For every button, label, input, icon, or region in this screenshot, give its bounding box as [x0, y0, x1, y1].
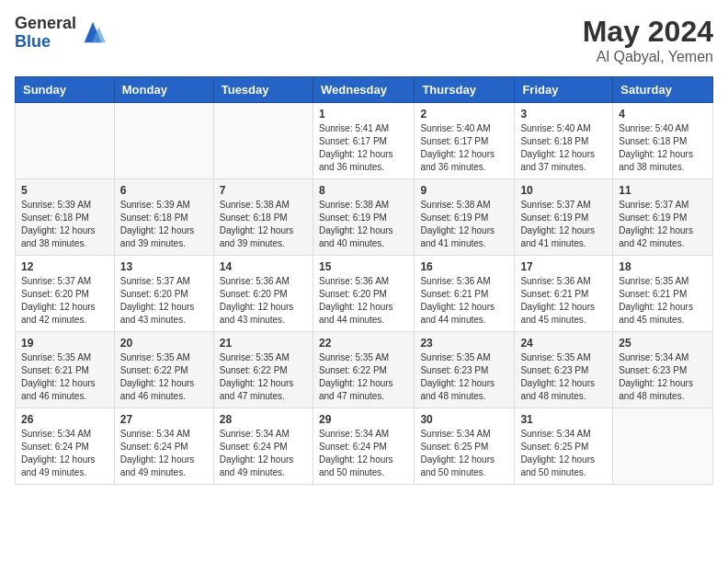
calendar-cell: 16Sunrise: 5:36 AM Sunset: 6:21 PM Dayli…: [415, 256, 515, 332]
day-number: 16: [420, 260, 508, 273]
day-info: Sunrise: 5:40 AM Sunset: 6:18 PM Dayligh…: [619, 122, 707, 174]
day-number: 27: [120, 413, 208, 426]
calendar-cell: 30Sunrise: 5:34 AM Sunset: 6:25 PM Dayli…: [415, 408, 515, 485]
day-info: Sunrise: 5:34 AM Sunset: 6:24 PM Dayligh…: [21, 428, 108, 479]
day-number: 26: [21, 413, 108, 426]
day-info: Sunrise: 5:34 AM Sunset: 6:25 PM Dayligh…: [420, 428, 508, 479]
day-info: Sunrise: 5:37 AM Sunset: 6:19 PM Dayligh…: [619, 199, 707, 250]
day-number: 15: [319, 260, 408, 273]
day-number: 12: [21, 260, 108, 273]
calendar-cell: 8Sunrise: 5:38 AM Sunset: 6:19 PM Daylig…: [313, 179, 414, 256]
day-number: 22: [319, 337, 408, 350]
day-number: 8: [319, 184, 408, 197]
day-number: 17: [520, 260, 607, 273]
logo-general: General: [15, 15, 76, 33]
logo: General Blue: [15, 15, 106, 52]
day-info: Sunrise: 5:35 AM Sunset: 6:23 PM Dayligh…: [520, 351, 607, 403]
calendar-cell: 12Sunrise: 5:37 AM Sunset: 6:20 PM Dayli…: [16, 256, 115, 332]
day-number: 9: [420, 184, 508, 197]
day-info: Sunrise: 5:36 AM Sunset: 6:21 PM Dayligh…: [420, 275, 508, 327]
day-number: 1: [319, 108, 408, 121]
day-info: Sunrise: 5:37 AM Sunset: 6:20 PM Dayligh…: [21, 275, 108, 327]
calendar-cell: 28Sunrise: 5:34 AM Sunset: 6:24 PM Dayli…: [213, 408, 313, 485]
day-number: 7: [220, 184, 307, 197]
day-number: 13: [120, 260, 208, 273]
header-monday: Monday: [114, 77, 213, 103]
day-info: Sunrise: 5:37 AM Sunset: 6:20 PM Dayligh…: [120, 275, 208, 327]
calendar-cell: 26Sunrise: 5:34 AM Sunset: 6:24 PM Dayli…: [16, 408, 115, 485]
day-info: Sunrise: 5:34 AM Sunset: 6:23 PM Dayligh…: [619, 351, 707, 403]
day-info: Sunrise: 5:38 AM Sunset: 6:19 PM Dayligh…: [420, 199, 508, 250]
header-sunday: Sunday: [16, 77, 115, 103]
day-number: 2: [420, 108, 508, 121]
calendar-cell: 20Sunrise: 5:35 AM Sunset: 6:22 PM Dayli…: [114, 332, 213, 408]
calendar-cell: [213, 103, 313, 179]
calendar-cell: 3Sunrise: 5:40 AM Sunset: 6:18 PM Daylig…: [515, 103, 613, 179]
day-number: 24: [520, 337, 607, 350]
header-tuesday: Tuesday: [213, 77, 313, 103]
day-info: Sunrise: 5:34 AM Sunset: 6:25 PM Dayligh…: [520, 428, 607, 479]
calendar-cell: 1Sunrise: 5:41 AM Sunset: 6:17 PM Daylig…: [313, 103, 414, 179]
day-number: 5: [21, 184, 108, 197]
day-info: Sunrise: 5:36 AM Sunset: 6:20 PM Dayligh…: [319, 275, 408, 327]
calendar-cell: 21Sunrise: 5:35 AM Sunset: 6:22 PM Dayli…: [213, 332, 313, 408]
calendar-week-row: 12Sunrise: 5:37 AM Sunset: 6:20 PM Dayli…: [16, 256, 713, 332]
day-number: 3: [520, 108, 607, 121]
day-info: Sunrise: 5:40 AM Sunset: 6:17 PM Dayligh…: [420, 122, 508, 174]
calendar-cell: [114, 103, 213, 179]
day-number: 18: [619, 260, 707, 273]
title-section: May 2024 Al Qabyal, Yemen: [583, 15, 713, 65]
calendar-cell: 6Sunrise: 5:39 AM Sunset: 6:18 PM Daylig…: [114, 179, 213, 256]
day-number: 20: [120, 337, 208, 350]
logo-icon: [80, 18, 106, 44]
calendar-cell: 15Sunrise: 5:36 AM Sunset: 6:20 PM Dayli…: [313, 256, 414, 332]
calendar-cell: 10Sunrise: 5:37 AM Sunset: 6:19 PM Dayli…: [515, 179, 613, 256]
day-number: 4: [619, 108, 707, 121]
calendar-cell: 23Sunrise: 5:35 AM Sunset: 6:23 PM Dayli…: [415, 332, 515, 408]
day-info: Sunrise: 5:34 AM Sunset: 6:24 PM Dayligh…: [120, 428, 208, 479]
calendar-cell: 25Sunrise: 5:34 AM Sunset: 6:23 PM Dayli…: [613, 332, 713, 408]
day-info: Sunrise: 5:35 AM Sunset: 6:21 PM Dayligh…: [21, 351, 108, 403]
calendar-table: SundayMondayTuesdayWednesdayThursdayFrid…: [15, 76, 713, 485]
month-year-title: May 2024: [583, 15, 713, 49]
day-number: 19: [21, 337, 108, 350]
day-info: Sunrise: 5:35 AM Sunset: 6:21 PM Dayligh…: [619, 275, 707, 327]
day-number: 10: [520, 184, 607, 197]
calendar-week-row: 19Sunrise: 5:35 AM Sunset: 6:21 PM Dayli…: [16, 332, 713, 408]
day-info: Sunrise: 5:36 AM Sunset: 6:20 PM Dayligh…: [220, 275, 307, 327]
calendar-cell: 17Sunrise: 5:36 AM Sunset: 6:21 PM Dayli…: [515, 256, 613, 332]
day-info: Sunrise: 5:38 AM Sunset: 6:19 PM Dayligh…: [319, 199, 408, 250]
day-info: Sunrise: 5:35 AM Sunset: 6:22 PM Dayligh…: [319, 351, 408, 403]
day-number: 23: [420, 337, 508, 350]
calendar-cell: 7Sunrise: 5:38 AM Sunset: 6:18 PM Daylig…: [213, 179, 313, 256]
calendar-cell: 31Sunrise: 5:34 AM Sunset: 6:25 PM Dayli…: [515, 408, 613, 485]
header-thursday: Thursday: [415, 77, 515, 103]
calendar-cell: 19Sunrise: 5:35 AM Sunset: 6:21 PM Dayli…: [16, 332, 115, 408]
calendar-cell: 18Sunrise: 5:35 AM Sunset: 6:21 PM Dayli…: [613, 256, 713, 332]
day-info: Sunrise: 5:39 AM Sunset: 6:18 PM Dayligh…: [21, 199, 108, 250]
header-row: SundayMondayTuesdayWednesdayThursdayFrid…: [16, 77, 713, 103]
day-info: Sunrise: 5:34 AM Sunset: 6:24 PM Dayligh…: [220, 428, 307, 479]
day-info: Sunrise: 5:39 AM Sunset: 6:18 PM Dayligh…: [120, 199, 208, 250]
day-info: Sunrise: 5:35 AM Sunset: 6:23 PM Dayligh…: [420, 351, 508, 403]
day-number: 31: [520, 413, 607, 426]
day-number: 14: [220, 260, 307, 273]
location-subtitle: Al Qabyal, Yemen: [583, 49, 713, 65]
day-number: 6: [120, 184, 208, 197]
page-header: General Blue May 2024 Al Qabyal, Yemen: [15, 15, 713, 65]
calendar-cell: 5Sunrise: 5:39 AM Sunset: 6:18 PM Daylig…: [16, 179, 115, 256]
day-number: 21: [220, 337, 307, 350]
day-info: Sunrise: 5:40 AM Sunset: 6:18 PM Dayligh…: [520, 122, 607, 174]
header-saturday: Saturday: [613, 77, 713, 103]
header-friday: Friday: [515, 77, 613, 103]
calendar-week-row: 5Sunrise: 5:39 AM Sunset: 6:18 PM Daylig…: [16, 179, 713, 256]
day-info: Sunrise: 5:34 AM Sunset: 6:24 PM Dayligh…: [319, 428, 408, 479]
day-number: 11: [619, 184, 707, 197]
calendar-cell: 13Sunrise: 5:37 AM Sunset: 6:20 PM Dayli…: [114, 256, 213, 332]
day-number: 28: [220, 413, 307, 426]
calendar-cell: 14Sunrise: 5:36 AM Sunset: 6:20 PM Dayli…: [213, 256, 313, 332]
calendar-cell: 9Sunrise: 5:38 AM Sunset: 6:19 PM Daylig…: [415, 179, 515, 256]
day-info: Sunrise: 5:37 AM Sunset: 6:19 PM Dayligh…: [520, 199, 607, 250]
day-number: 30: [420, 413, 508, 426]
header-wednesday: Wednesday: [313, 77, 414, 103]
